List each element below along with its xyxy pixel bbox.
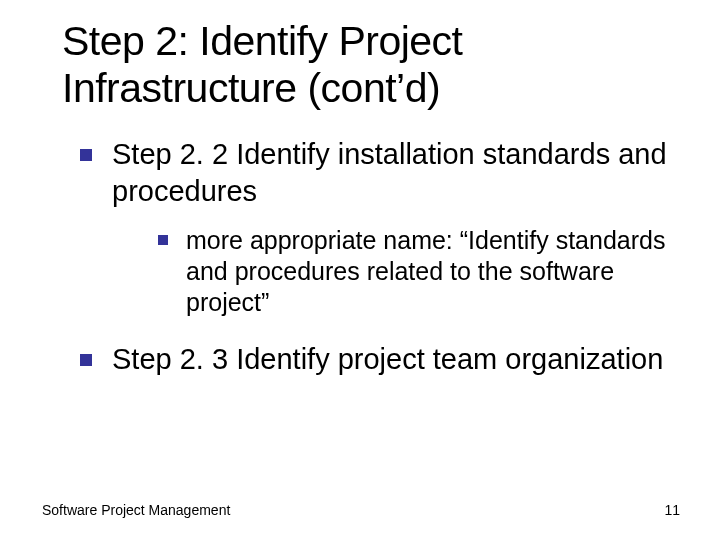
- slide: Step 2: Identify Project Infrastructure …: [0, 0, 720, 540]
- page-number: 11: [664, 502, 680, 518]
- bullet-square-icon: [80, 354, 92, 366]
- bullet-text: Step 2. 3 Identify project team organiza…: [112, 341, 663, 377]
- bullet-text: Step 2. 2 Identify installation standard…: [112, 136, 680, 209]
- bullet-list: Step 2. 2 Identify installation standard…: [62, 136, 680, 377]
- list-item: Step 2. 3 Identify project team organiza…: [80, 341, 680, 377]
- bullet-square-icon: [80, 149, 92, 161]
- bullet-text: more appropriate name: “Identify standar…: [186, 225, 680, 319]
- bullet-square-icon: [158, 235, 168, 245]
- list-item: Step 2. 2 Identify installation standard…: [80, 136, 680, 209]
- list-item-sub: more appropriate name: “Identify standar…: [158, 225, 680, 319]
- slide-title: Step 2: Identify Project Infrastructure …: [62, 18, 680, 112]
- footer-text: Software Project Management: [42, 502, 230, 518]
